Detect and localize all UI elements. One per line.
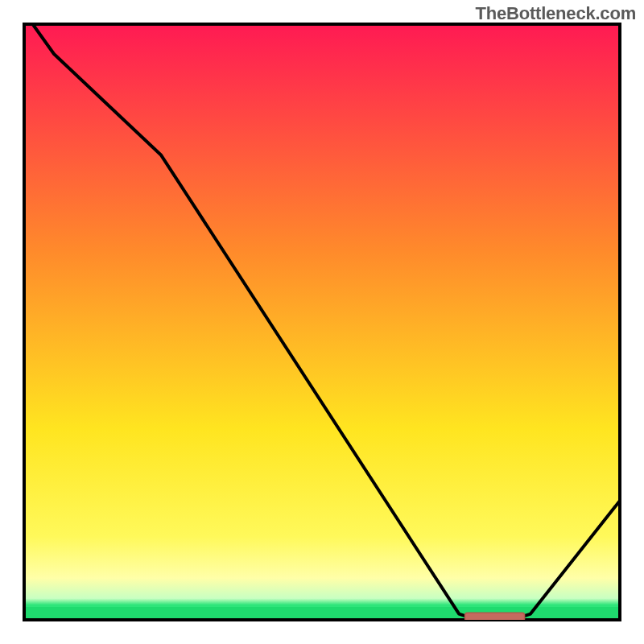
optimum-marker [465,613,525,621]
watermark-text: TheBottleneck.com [475,3,636,24]
chart-canvas [0,0,644,644]
gradient-background [24,24,620,620]
chart-frame: TheBottleneck.com [0,0,644,644]
